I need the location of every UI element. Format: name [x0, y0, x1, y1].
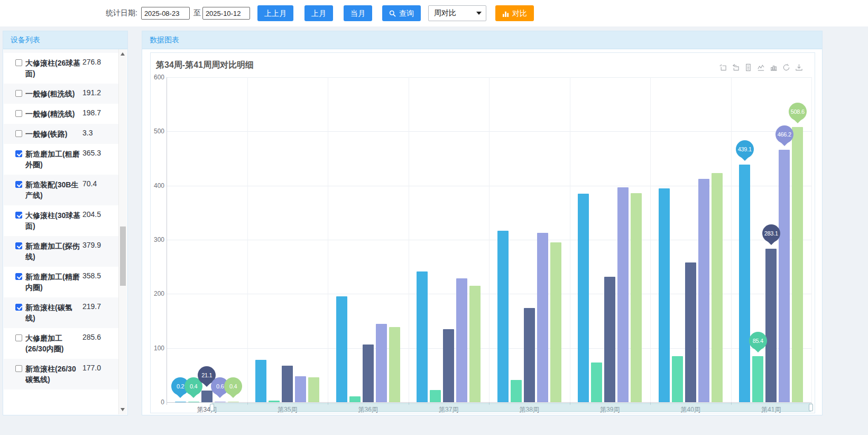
device-list-scrollbar[interactable] [118, 49, 127, 414]
checkbox-checked[interactable] [15, 150, 22, 157]
y-axis-line [167, 77, 167, 403]
bar-series-cyan-第35周[interactable] [255, 360, 266, 402]
bar-series-teal-green-第41周[interactable] [752, 356, 763, 402]
mark-point-series-cyan: 439.1 [736, 140, 754, 158]
bar-series-cyan-第39周[interactable] [578, 194, 589, 402]
bar-series-periwinkle-第37周[interactable] [456, 278, 467, 402]
datazoom-right-handle[interactable] [809, 404, 813, 411]
bar-series-dark-blue-第41周[interactable] [765, 249, 777, 402]
y-axis-tick-label: 400 [151, 182, 164, 189]
scroll-down-arrow-icon[interactable] [121, 408, 125, 411]
bar-series-periwinkle-第39周[interactable] [617, 187, 629, 402]
mark-point-series-periwinkle: 466.2 [775, 125, 793, 143]
checkbox-unchecked[interactable] [15, 130, 22, 137]
device-label: 新造滚柱(碳氢线) [25, 302, 81, 323]
bar-series-teal-green-第35周[interactable] [269, 401, 280, 402]
bar-series-periwinkle-第41周[interactable] [779, 150, 790, 402]
bar-series-teal-green-第40周[interactable] [672, 356, 683, 402]
device-list-item[interactable]: 大修磨加工(26/30内圈)285.6 [4, 328, 119, 359]
bar-series-teal-green-第39周[interactable] [591, 362, 602, 402]
bar-series-dark-blue-第40周[interactable] [685, 262, 696, 402]
device-value: 70.4 [82, 179, 97, 188]
checkbox-checked[interactable] [15, 212, 22, 219]
device-value: 276.8 [82, 58, 101, 67]
bar-series-light-green-第37周[interactable] [469, 286, 481, 402]
checkbox-checked[interactable] [15, 181, 22, 188]
checkbox-checked[interactable] [15, 273, 22, 280]
bar-series-teal-green-第37周[interactable] [430, 390, 441, 402]
mark-point-series-light-green: 0.4 [224, 377, 242, 395]
device-list-item[interactable]: 新造磨加工(探伤线)379.9 [4, 236, 119, 267]
datazoom-left-handle[interactable] [210, 404, 214, 411]
checkbox-unchecked[interactable] [15, 59, 22, 66]
device-list-item[interactable]: 大修滚柱(26球基面)276.8 [4, 53, 119, 84]
x-axis-tick [167, 403, 167, 405]
grid-line-vertical [409, 77, 409, 402]
device-label: 大修磨加工(26/30内圈) [25, 333, 81, 354]
device-list-item[interactable]: 新造磨加工(粗磨外圈)365.3 [4, 144, 119, 175]
bar-series-dark-blue-第39周[interactable] [604, 277, 615, 402]
device-list-item[interactable]: 新造滚柱(26/30碳氢线)177.0 [4, 359, 119, 389]
bar-series-cyan-第37周[interactable] [417, 271, 428, 402]
date-to-input[interactable] [202, 7, 250, 20]
bar-series-light-green-第35周[interactable] [308, 377, 319, 402]
bar-series-dark-blue-第35周[interactable] [282, 366, 293, 402]
device-list-item[interactable]: 新造磨加工(精磨内圈)358.5 [4, 267, 119, 297]
device-value: 358.5 [82, 271, 101, 280]
bar-series-periwinkle-第36周[interactable] [376, 324, 387, 402]
bar-series-periwinkle-第38周[interactable] [537, 233, 548, 402]
bar-series-light-green-第36周[interactable] [389, 327, 400, 402]
device-list-item[interactable]: 新造滚柱(碳氢线)219.7 [4, 297, 119, 328]
bar-chart-icon [502, 10, 509, 17]
bar-series-light-green-第38周[interactable] [550, 242, 561, 402]
bar-series-periwinkle-第34周[interactable] [215, 402, 226, 402]
device-list-item[interactable]: 一般修(铁路)3.3 [4, 124, 119, 144]
bar-series-light-green-第40周[interactable] [712, 173, 723, 402]
checkbox-unchecked[interactable] [15, 90, 22, 97]
bar-series-dark-blue-第36周[interactable] [363, 345, 374, 402]
search-icon [389, 10, 396, 17]
bar-series-cyan-第34周[interactable] [175, 402, 186, 402]
checkbox-unchecked[interactable] [15, 110, 22, 117]
query-button[interactable]: 查询 [382, 5, 421, 21]
device-list-item[interactable]: 一般修(精洗线)198.7 [4, 104, 119, 124]
checkbox-unchecked[interactable] [15, 334, 22, 341]
device-label: 新造装配(30B生产线) [25, 179, 81, 201]
bar-series-light-green-第34周[interactable] [228, 402, 239, 402]
device-list-item[interactable]: 新造装配(30B生产线)70.4 [4, 175, 119, 205]
compare-type-select[interactable]: 周对比 [428, 5, 486, 21]
bar-series-dark-blue-第37周[interactable] [443, 329, 454, 402]
checkbox-unchecked[interactable] [15, 365, 22, 372]
bar-series-teal-green-第36周[interactable] [349, 396, 361, 402]
device-label: 一般修(粗洗线) [25, 88, 81, 99]
bar-series-cyan-第36周[interactable] [336, 296, 347, 402]
bar-series-periwinkle-第35周[interactable] [295, 376, 306, 402]
bar-series-periwinkle-第40周[interactable] [698, 179, 709, 402]
datazoom-slider[interactable] [211, 403, 811, 412]
compare-button[interactable]: 对比 [495, 5, 534, 21]
checkbox-checked[interactable] [15, 304, 22, 311]
prev-prev-month-button[interactable]: 上上月 [257, 5, 293, 21]
bar-series-teal-green-第34周[interactable] [188, 402, 199, 402]
partially-scrolled-row [4, 49, 119, 53]
bar-series-teal-green-第38周[interactable] [511, 380, 522, 402]
device-label: 大修滚柱(26球基面) [25, 58, 81, 79]
grid-line-vertical [570, 77, 570, 402]
scrollbar-thumb[interactable] [120, 226, 126, 286]
bar-series-dark-blue-第34周[interactable] [201, 391, 213, 402]
checkbox-checked[interactable] [15, 242, 22, 249]
device-list-rows: 大修滚柱(26球基面)276.8一般修(粗洗线)191.2一般修(精洗线)198… [4, 49, 119, 414]
device-list-item[interactable]: 一般修(粗洗线)191.2 [4, 84, 119, 104]
prev-month-button[interactable]: 上月 [304, 5, 333, 21]
date-from-input[interactable] [141, 7, 190, 20]
current-month-button[interactable]: 当月 [344, 5, 372, 21]
scroll-up-arrow-icon[interactable] [121, 52, 125, 56]
device-list-item[interactable]: 大修滚柱(30球基面)204.5 [4, 205, 119, 236]
bar-series-light-green-第41周[interactable] [792, 127, 803, 402]
y-axis-tick-label: 300 [151, 236, 164, 243]
bar-series-cyan-第40周[interactable] [659, 188, 670, 402]
bar-series-dark-blue-第38周[interactable] [524, 308, 535, 402]
bar-series-cyan-第41周[interactable] [739, 165, 750, 402]
bar-series-light-green-第39周[interactable] [631, 193, 642, 402]
bar-series-cyan-第38周[interactable] [497, 231, 509, 402]
